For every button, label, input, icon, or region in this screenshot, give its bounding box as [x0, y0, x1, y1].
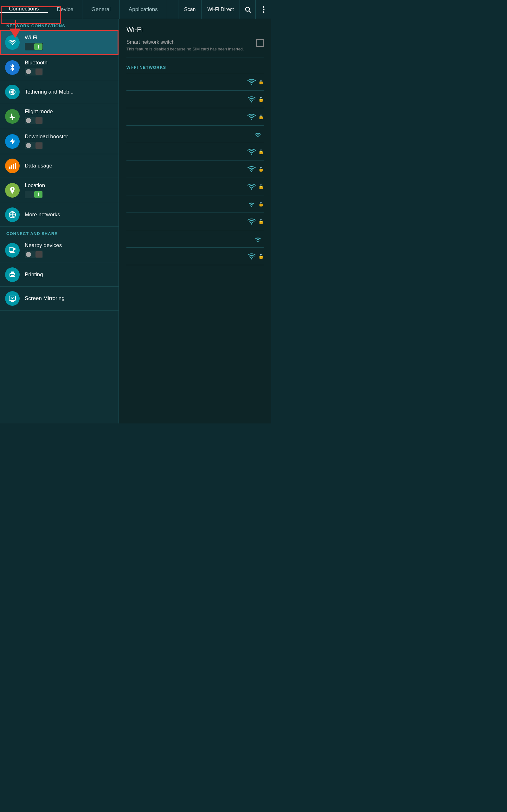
wifi-network-row-3[interactable]: [126, 125, 264, 143]
wifi-signal-icon-6: 🔒: [247, 183, 264, 190]
sidebar-item-bluetooth[interactable]: Bluetooth: [0, 55, 118, 80]
more-options-button[interactable]: [256, 0, 271, 19]
wifi-content: Wi-Fi: [25, 35, 43, 50]
more-networks-content: More networks: [25, 212, 60, 218]
top-bar: Connections Device General Applications …: [0, 0, 271, 19]
wifi-direct-button[interactable]: Wi-Fi Direct: [201, 0, 239, 19]
svg-point-4: [263, 11, 264, 13]
printing-content: Printing: [25, 271, 43, 278]
sidebar-item-location[interactable]: Location: [0, 178, 118, 203]
svg-rect-23: [11, 275, 14, 277]
more-networks-icon: [5, 207, 20, 222]
wifi-network-row-2[interactable]: 🔒: [126, 108, 264, 125]
data-usage-label: Data usage: [25, 163, 52, 169]
data-usage-icon: [5, 159, 20, 173]
wifi-signal-icon-7: 🔒: [247, 200, 264, 207]
printing-icon: [5, 267, 20, 282]
flight-label: Flight mode: [25, 108, 53, 115]
svg-rect-13: [15, 163, 16, 169]
wifi-signal-icon-5: 🔒: [247, 165, 264, 172]
lock-icon-2: 🔒: [258, 114, 264, 119]
nearby-icon: [5, 243, 20, 258]
sidebar: NETWORK CONNECTIONS Wi-Fi: [0, 19, 119, 423]
sidebar-item-mirroring[interactable]: Screen Mirroring: [0, 287, 118, 310]
scan-button[interactable]: Scan: [178, 0, 201, 19]
sidebar-item-data-usage[interactable]: Data usage: [0, 154, 118, 178]
wifi-network-row-5[interactable]: 🔒: [126, 160, 264, 178]
nearby-toggle[interactable]: [25, 251, 43, 258]
sidebar-item-flight[interactable]: Flight mode: [0, 104, 118, 129]
top-right-actions: Scan Wi-Fi Direct: [178, 0, 271, 19]
wifi-network-row-7[interactable]: 🔒: [126, 195, 264, 213]
toggle-off-block: [36, 68, 43, 75]
download-booster-toggle[interactable]: [25, 142, 43, 149]
flight-content: Flight mode: [25, 108, 53, 124]
wifi-signal-icon-1: 🔒: [247, 96, 264, 103]
wifi-signal-icon-8: 🔒: [247, 218, 264, 225]
tethering-label: Tethering and Mobi..: [25, 89, 73, 95]
search-button[interactable]: [239, 0, 256, 19]
download-booster-content: Download booster: [25, 134, 68, 149]
mirroring-icon: [5, 291, 20, 306]
svg-point-30: [251, 101, 252, 102]
svg-point-35: [251, 189, 252, 190]
arrow-annotation: [9, 20, 21, 38]
svg-point-36: [251, 206, 252, 207]
main-layout: NETWORK CONNECTIONS Wi-Fi: [0, 19, 271, 423]
wifi-toggle-on: [34, 44, 43, 50]
nearby-label: Nearby devices: [25, 242, 62, 249]
smart-switch-label: Smart network switch: [126, 39, 252, 45]
lock-icon-8: 🔒: [258, 219, 264, 224]
tethering-content: Tethering and Mobi..: [25, 89, 73, 95]
sidebar-item-printing[interactable]: Printing: [0, 263, 118, 287]
nearby-content: Nearby devices: [25, 242, 62, 258]
sidebar-item-more-networks[interactable]: More networks: [0, 203, 118, 227]
svg-point-31: [251, 119, 252, 120]
svg-rect-18: [9, 248, 14, 252]
wifi-network-row-4[interactable]: 🔒: [126, 143, 264, 160]
svg-point-3: [263, 9, 264, 10]
svg-point-25: [14, 274, 14, 275]
wifi-networks-label: WI-FI NETWORKS: [126, 65, 264, 70]
smart-switch-checkbox[interactable]: [256, 39, 264, 47]
download-booster-icon: [5, 134, 20, 149]
mirroring-label: Screen Mirroring: [25, 295, 65, 302]
sidebar-item-download-booster[interactable]: Download booster: [0, 129, 118, 154]
wifi-network-row-6[interactable]: 🔒: [126, 178, 264, 195]
tab-connections[interactable]: Connections: [0, 6, 48, 13]
location-label: Location: [25, 183, 45, 189]
flight-icon: [5, 109, 20, 124]
lock-icon-1: 🔒: [258, 97, 264, 102]
wifi-networks-list: 🔒🔒🔒🔒🔒🔒🔒🔒🔒: [126, 73, 264, 265]
bluetooth-icon: [5, 60, 20, 75]
wifi-toggle[interactable]: [25, 43, 43, 50]
wifi-network-row-1[interactable]: 🔒: [126, 91, 264, 108]
svg-rect-26: [9, 296, 15, 300]
right-panel: Wi-Fi Smart network switch This feature …: [119, 19, 271, 423]
flight-toggle[interactable]: [25, 117, 43, 124]
tab-device[interactable]: Device: [48, 0, 83, 19]
wifi-signal-icon-0: 🔒: [247, 78, 264, 85]
svg-point-39: [251, 258, 252, 259]
wifi-signal-icon-4: 🔒: [247, 148, 264, 155]
smart-switch-desc: This feature is disabled because no SIM …: [126, 46, 252, 52]
location-toggle[interactable]: [25, 191, 43, 198]
location-toggle-on: [34, 191, 43, 198]
sidebar-item-tethering[interactable]: Tethering and Mobi..: [0, 80, 118, 104]
wifi-network-row-10[interactable]: 🔒: [126, 248, 264, 265]
wifi-network-row-8[interactable]: 🔒: [126, 213, 264, 230]
bluetooth-toggle[interactable]: [25, 68, 43, 75]
svg-rect-10: [9, 166, 10, 169]
toggle-line: [38, 45, 39, 49]
svg-point-33: [251, 154, 252, 155]
svg-point-32: [257, 136, 259, 137]
more-networks-label: More networks: [25, 212, 60, 218]
tab-applications[interactable]: Applications: [120, 0, 167, 19]
svg-point-21: [14, 248, 15, 250]
sidebar-item-nearby[interactable]: Nearby devices: [0, 238, 118, 263]
wifi-network-row-0[interactable]: 🔒: [126, 73, 264, 91]
wifi-network-row-9[interactable]: [126, 230, 264, 248]
lock-icon-10: 🔒: [258, 254, 264, 259]
lock-icon-6: 🔒: [258, 184, 264, 189]
tab-general[interactable]: General: [82, 0, 119, 19]
